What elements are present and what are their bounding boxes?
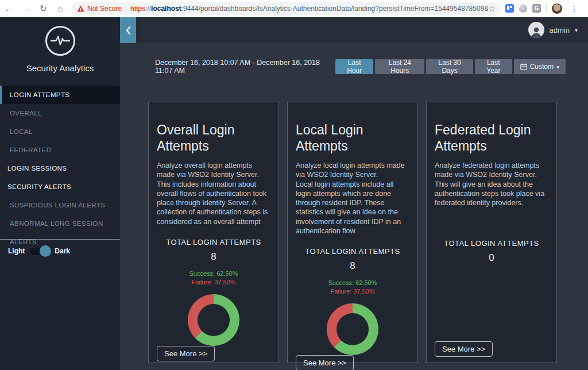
chevron-left-icon <box>125 26 131 35</box>
card-stats: TOTAL LOGIN ATTEMPTS 0 <box>435 239 548 264</box>
local-login-donut-chart <box>327 303 378 355</box>
sidebar-collapse-button[interactable] <box>120 17 136 43</box>
url-scheme: https <box>130 5 145 13</box>
total-login-attempts-value: 8 <box>157 251 270 263</box>
card-title: Overall Login Attempts <box>157 122 270 154</box>
toolbar-divider <box>546 4 547 13</box>
card-title: Federated Login Attempts <box>435 122 548 154</box>
theme-toggle-knob[interactable] <box>40 245 51 257</box>
failure-rate-label: Failure: 37.50% <box>157 279 270 286</box>
brand-label: Security Analytics <box>0 63 120 73</box>
sidebar-item-federated[interactable]: FEDERATED <box>0 141 120 159</box>
back-icon[interactable]: ← <box>0 3 17 13</box>
total-login-attempts-label: TOTAL LOGIN ATTEMPTS <box>435 239 548 248</box>
theme-toggle[interactable] <box>30 248 49 255</box>
url-separator: :// <box>145 5 151 13</box>
see-more-button[interactable]: See More >> <box>296 355 354 370</box>
success-rate-label: Success: 62.50% <box>296 279 409 286</box>
total-login-attempts-label: TOTAL LOGIN ATTEMPTS <box>157 238 270 246</box>
time-filter-bar: December 16, 2018 10:07 AM - December 16… <box>155 59 566 74</box>
calendar-icon <box>520 63 527 70</box>
card-title: Local Login Attempts <box>296 122 409 154</box>
theme-light-label: Light <box>8 247 25 255</box>
address-bar[interactable]: Not Secure https://localhost:9444/portal… <box>71 2 501 15</box>
url-path: :9444/portal/dashboards/IsAnalytics-Auth… <box>181 5 495 13</box>
total-login-attempts-label: TOTAL LOGIN ATTEMPTS <box>296 247 409 256</box>
sidebar-item-login-attempts[interactable]: LOGIN ATTEMPTS <box>0 86 120 104</box>
chevron-down-icon: ▾ <box>556 64 559 70</box>
reload-icon[interactable]: ↻ <box>34 3 52 14</box>
extension-blue-icon[interactable] <box>505 4 514 13</box>
sidebar-item-suspicious-login-alerts[interactable]: SUSPICIOUS LOGIN ALERTS <box>0 196 120 214</box>
theme-dark-label: Dark <box>55 247 70 255</box>
user-avatar-icon <box>528 22 544 38</box>
sidebar-item-abnormal-long-session-alerts[interactable]: ABNORMAL LONG SESSION ALERTS <box>0 214 120 233</box>
top-header: admin ▾ <box>120 17 588 43</box>
card-stats: TOTAL LOGIN ATTEMPTS 8 Success: 62.50% F… <box>296 247 409 355</box>
home-icon[interactable]: ⌂ <box>52 3 69 13</box>
last-year-button[interactable]: Last Year <box>475 59 512 74</box>
total-login-attempts-value: 0 <box>435 252 548 264</box>
last-24-hours-button[interactable]: Last 24 Hours <box>375 59 424 74</box>
card-description-line-1: Analyze overall login attempts made via … <box>157 161 270 180</box>
card-description-line-2: This includes information about overall … <box>157 180 270 226</box>
card-description-line-1: Analyze federated login attempts made vi… <box>435 161 548 180</box>
success-rate-label: Success: 62.50% <box>157 270 270 277</box>
sidebar: Security Analytics LOGIN ATTEMPTS OVERAL… <box>0 17 120 370</box>
last-30-days-button[interactable]: Last 30 Days <box>426 59 473 74</box>
warning-icon <box>77 5 84 12</box>
card-description-line-2: Local login attempts include all login a… <box>296 180 409 236</box>
extension-g-icon[interactable]: G <box>532 4 541 13</box>
sidebar-item-security-alerts[interactable]: SECURITY ALERTS <box>0 178 120 196</box>
card-local-login-attempts: Local Login Attempts Analyze local login… <box>287 102 418 363</box>
sidebar-item-login-sessions[interactable]: LOGIN SESSIONS <box>0 159 120 178</box>
url-host: localhost <box>151 5 181 13</box>
custom-range-button[interactable]: Custom ▾ <box>514 59 566 74</box>
total-login-attempts-value: 8 <box>296 260 409 272</box>
dashboard-content: December 16, 2018 10:07 AM - December 16… <box>120 43 588 370</box>
sidebar-item-local[interactable]: LOCAL <box>0 122 120 141</box>
card-description-line-2: This will give an idea about the authent… <box>435 180 548 208</box>
chevron-down-icon: ▾ <box>575 27 578 33</box>
sidebar-item-overall[interactable]: OVERALL <box>0 104 120 122</box>
address-divider <box>126 5 126 13</box>
overall-login-donut-chart <box>188 294 239 346</box>
not-secure-label: Not Secure <box>87 5 122 13</box>
browser-menu-icon[interactable]: ⋮ <box>567 4 581 13</box>
url-text: https://localhost:9444/portal/dashboards… <box>130 5 494 13</box>
forward-icon[interactable]: → <box>17 3 34 13</box>
browser-profile-avatar[interactable] <box>552 3 562 14</box>
bookmark-star-icon[interactable]: ☆ <box>488 4 496 13</box>
user-menu[interactable]: admin ▾ <box>528 22 578 38</box>
failure-rate-label: Failure: 37.50% <box>296 288 409 295</box>
card-overall-login-attempts: Overall Login Attempts Analyze overall l… <box>148 102 279 363</box>
browser-toolbar: ← → ↻ ⌂ Not Secure https://localhost:944… <box>0 0 588 17</box>
see-more-button[interactable]: See More >> <box>157 346 215 361</box>
last-hour-button[interactable]: Last Hour <box>335 59 373 74</box>
card-federated-login-attempts: Federated Login Attempts Analyze federat… <box>426 102 557 363</box>
sidebar-menu: LOGIN ATTEMPTS OVERALL LOCAL FEDERATED L… <box>0 86 120 233</box>
username-label: admin <box>550 26 570 34</box>
time-filter-buttons: Last Hour Last 24 Hours Last 30 Days Las… <box>335 59 566 74</box>
date-range-label: December 16, 2018 10:07 AM - December 16… <box>155 59 335 75</box>
cards-row: Overall Login Attempts Analyze overall l… <box>148 102 557 363</box>
see-more-button[interactable]: See More >> <box>435 341 493 357</box>
brand: Security Analytics <box>0 17 120 73</box>
card-stats: TOTAL LOGIN ATTEMPTS 8 Success: 62.50% F… <box>157 238 270 346</box>
browser-extensions-area: G ⋮ <box>505 3 581 14</box>
extension-circle-icon[interactable] <box>519 5 527 13</box>
custom-button-label: Custom <box>530 63 554 71</box>
security-analytics-logo-icon <box>45 26 75 56</box>
card-description-line-1: Analyze local login attempts made via WS… <box>296 161 409 180</box>
